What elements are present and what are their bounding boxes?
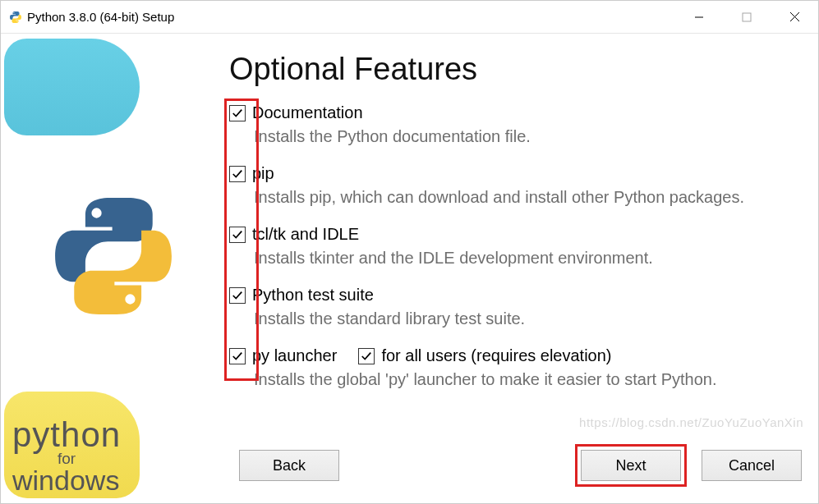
back-button-label: Back — [273, 457, 306, 474]
branding-line1: python — [12, 415, 121, 455]
main-panel: Optional Features Documentation Installs… — [214, 34, 818, 503]
checkbox-all-users[interactable] — [358, 348, 375, 364]
feature-pip: pip Installs pip, which can download and… — [229, 164, 802, 207]
svg-rect-1 — [743, 13, 751, 21]
feature-launcher: py launcher for all users (requires elev… — [229, 346, 802, 389]
feature-testsuite-desc: Installs the standard library test suite… — [254, 309, 802, 328]
checkbox-tcltk[interactable] — [229, 227, 246, 243]
decorative-blob-cyan — [4, 39, 140, 135]
feature-tcltk-desc: Installs tkinter and the IDLE developmen… — [254, 249, 802, 268]
feature-documentation: Documentation Installs the Python docume… — [229, 103, 802, 146]
branding-line3: windows — [12, 465, 121, 497]
feature-tcltk: tcl/tk and IDLE Installs tkinter and the… — [229, 225, 802, 268]
checkbox-pip[interactable] — [229, 166, 246, 182]
window-title: Python 3.8.0 (64-bit) Setup — [27, 10, 174, 24]
page-heading: Optional Features — [229, 52, 802, 87]
maximize-button[interactable] — [723, 1, 771, 34]
sidebar: python for windows — [1, 34, 214, 503]
feature-launcher-label: py launcher — [252, 346, 337, 365]
next-button-highlight-annotation: Next — [575, 444, 687, 487]
feature-documentation-label: Documentation — [252, 103, 363, 122]
feature-pip-label: pip — [252, 164, 274, 183]
feature-tcltk-label: tcl/tk and IDLE — [252, 225, 359, 244]
cancel-button[interactable]: Cancel — [702, 450, 802, 481]
next-button[interactable]: Next — [581, 450, 681, 481]
checkbox-testsuite[interactable] — [229, 287, 246, 304]
feature-pip-desc: Installs pip, which can download and ins… — [254, 188, 802, 207]
cancel-button-label: Cancel — [729, 457, 775, 474]
watermark-text: https://blog.csdn.net/ZuoYuZuoYanXin — [579, 415, 803, 429]
app-icon — [9, 11, 22, 24]
checkbox-launcher[interactable] — [229, 348, 246, 364]
python-logo-icon — [52, 195, 175, 321]
branding-text: python for windows — [12, 415, 121, 497]
feature-all-users-label: for all users (requires elevation) — [381, 346, 611, 365]
feature-testsuite: Python test suite Installs the standard … — [229, 286, 802, 328]
back-button[interactable]: Back — [239, 450, 339, 481]
feature-list: Documentation Installs the Python docume… — [229, 103, 802, 389]
feature-documentation-desc: Installs the Python documentation file. — [254, 127, 802, 146]
feature-testsuite-label: Python test suite — [252, 286, 374, 305]
checkbox-documentation[interactable] — [229, 105, 246, 121]
button-row: Back Next Cancel — [229, 444, 802, 487]
next-button-label: Next — [615, 457, 646, 474]
close-button[interactable] — [771, 1, 818, 34]
titlebar: Python 3.8.0 (64-bit) Setup — [1, 1, 818, 34]
minimize-button[interactable] — [675, 1, 723, 34]
feature-launcher-desc: Installs the global 'py' launcher to mak… — [254, 370, 802, 389]
